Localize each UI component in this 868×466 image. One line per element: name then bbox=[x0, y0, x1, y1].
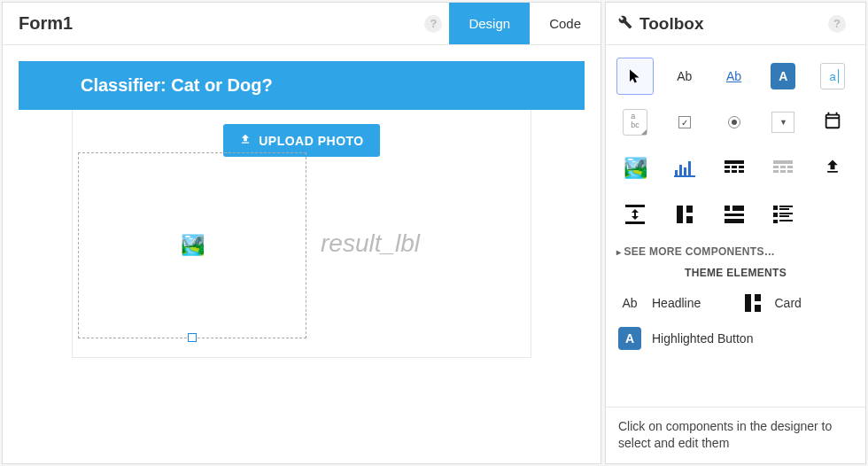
tool-spacer[interactable] bbox=[616, 196, 654, 233]
designer-header: Form1 ? Design Code bbox=[3, 3, 601, 45]
highlighted-button-icon: A bbox=[616, 325, 643, 352]
see-more-components[interactable]: SEE MORE COMPONENTS… bbox=[616, 245, 855, 258]
svg-rect-14 bbox=[780, 166, 786, 168]
svg-rect-25 bbox=[725, 214, 744, 216]
card-icon bbox=[740, 290, 766, 316]
theme-headline[interactable]: Ab Headline bbox=[616, 290, 732, 316]
svg-rect-2 bbox=[684, 167, 686, 175]
radio-icon bbox=[728, 116, 740, 128]
svg-rect-8 bbox=[739, 166, 744, 168]
tool-column-a[interactable] bbox=[666, 196, 703, 233]
tool-label[interactable]: Ab bbox=[666, 58, 703, 95]
tool-fileupload[interactable] bbox=[814, 150, 851, 187]
upload-tool-icon bbox=[824, 158, 841, 180]
dropdown-icon: ▼ bbox=[771, 112, 794, 133]
wrench-icon bbox=[618, 15, 632, 33]
svg-rect-35 bbox=[779, 220, 793, 221]
svg-rect-22 bbox=[686, 206, 693, 213]
tool-button[interactable]: A bbox=[764, 58, 802, 95]
svg-rect-32 bbox=[779, 213, 793, 214]
tool-textarea[interactable]: abc bbox=[616, 104, 654, 141]
svg-rect-24 bbox=[725, 206, 730, 211]
svg-rect-26 bbox=[732, 206, 744, 211]
toolbox-header: Toolbox ? bbox=[606, 3, 865, 45]
tool-checkbox[interactable]: ✓ bbox=[666, 104, 703, 141]
tool-date[interactable] bbox=[814, 104, 851, 141]
designer-panel: Form1 ? Design Code Classifier: Cat or D… bbox=[2, 2, 601, 464]
tab-design[interactable]: Design bbox=[449, 3, 530, 44]
tool-link[interactable]: Ab bbox=[716, 58, 753, 95]
tool-dropdown[interactable]: ▼ bbox=[764, 104, 802, 141]
toolbox-panel: Toolbox ? Ab Ab A a abc ✓ ▼ bbox=[605, 2, 866, 464]
theme-highlighted-button[interactable]: A Highlighted Button bbox=[616, 325, 855, 352]
svg-rect-9 bbox=[725, 170, 730, 173]
svg-rect-20 bbox=[625, 221, 645, 224]
tool-cursor[interactable] bbox=[616, 58, 654, 95]
svg-rect-27 bbox=[725, 219, 744, 223]
svg-rect-4 bbox=[674, 175, 695, 177]
svg-rect-28 bbox=[773, 206, 778, 210]
toolbox-body: Ab Ab A a abc ✓ ▼ 🏞️ bbox=[606, 45, 865, 407]
theme-grid: Ab Headline Card A Highlighted Button bbox=[616, 290, 855, 352]
resize-handle[interactable] bbox=[188, 333, 197, 342]
svg-rect-37 bbox=[755, 294, 761, 301]
svg-rect-6 bbox=[725, 166, 730, 168]
image-icon: 🏞️ bbox=[624, 157, 647, 180]
theme-elements-header: THEME ELEMENTS bbox=[616, 267, 855, 279]
svg-rect-31 bbox=[773, 213, 778, 217]
tool-chart[interactable] bbox=[666, 150, 703, 187]
tool-column-c[interactable] bbox=[764, 196, 802, 233]
tool-textbox[interactable]: a bbox=[814, 58, 851, 95]
toolbox-footer-hint: Click on components in the designer to s… bbox=[606, 407, 865, 463]
calendar-icon bbox=[823, 111, 842, 135]
svg-rect-18 bbox=[787, 170, 793, 173]
tool-column-b[interactable] bbox=[716, 196, 753, 233]
svg-rect-38 bbox=[755, 305, 761, 312]
tool-radio[interactable] bbox=[716, 104, 753, 141]
upload-icon bbox=[239, 133, 252, 148]
svg-rect-19 bbox=[625, 205, 645, 207]
headline-icon: Ab bbox=[616, 290, 643, 316]
tool-datagrid[interactable] bbox=[716, 150, 753, 187]
picture-icon: 🏞️ bbox=[181, 234, 205, 257]
svg-rect-12 bbox=[773, 160, 793, 164]
form-title: Form1 bbox=[3, 13, 424, 34]
svg-rect-11 bbox=[739, 170, 744, 173]
result-label[interactable]: result_lbl bbox=[321, 229, 420, 258]
svg-rect-15 bbox=[787, 166, 793, 168]
svg-rect-29 bbox=[779, 206, 793, 207]
svg-rect-10 bbox=[732, 170, 737, 173]
svg-rect-7 bbox=[732, 166, 737, 168]
svg-rect-23 bbox=[686, 216, 693, 223]
svg-rect-33 bbox=[779, 215, 789, 217]
svg-rect-34 bbox=[773, 220, 778, 223]
help-icon[interactable]: ? bbox=[424, 15, 442, 33]
svg-rect-3 bbox=[688, 161, 691, 175]
svg-rect-17 bbox=[780, 170, 786, 173]
tool-repeater[interactable] bbox=[764, 150, 802, 187]
svg-rect-0 bbox=[675, 170, 678, 175]
form-heading[interactable]: Classifier: Cat or Dog? bbox=[19, 61, 585, 110]
tool-grid: Ab Ab A a abc ✓ ▼ 🏞️ bbox=[616, 58, 855, 233]
svg-rect-5 bbox=[725, 160, 744, 164]
checkbox-icon: ✓ bbox=[678, 116, 691, 128]
svg-rect-16 bbox=[773, 170, 779, 173]
design-canvas[interactable]: Classifier: Cat or Dog? UPLOAD PHOTO 🏞️ … bbox=[3, 45, 601, 463]
svg-rect-13 bbox=[773, 166, 779, 168]
theme-card[interactable]: Card bbox=[740, 290, 856, 316]
svg-rect-21 bbox=[677, 206, 683, 223]
svg-rect-36 bbox=[745, 294, 751, 312]
form-body[interactable]: UPLOAD PHOTO 🏞️ result_lbl bbox=[72, 110, 531, 358]
upload-photo-label: UPLOAD PHOTO bbox=[259, 134, 364, 148]
svg-rect-30 bbox=[779, 208, 789, 210]
tab-code[interactable]: Code bbox=[530, 3, 601, 44]
toolbox-help-icon[interactable]: ? bbox=[828, 15, 846, 33]
image-placeholder[interactable]: 🏞️ bbox=[78, 152, 306, 338]
svg-rect-1 bbox=[679, 165, 682, 175]
toolbox-title: Toolbox bbox=[639, 14, 703, 34]
tool-image[interactable]: 🏞️ bbox=[616, 150, 654, 187]
